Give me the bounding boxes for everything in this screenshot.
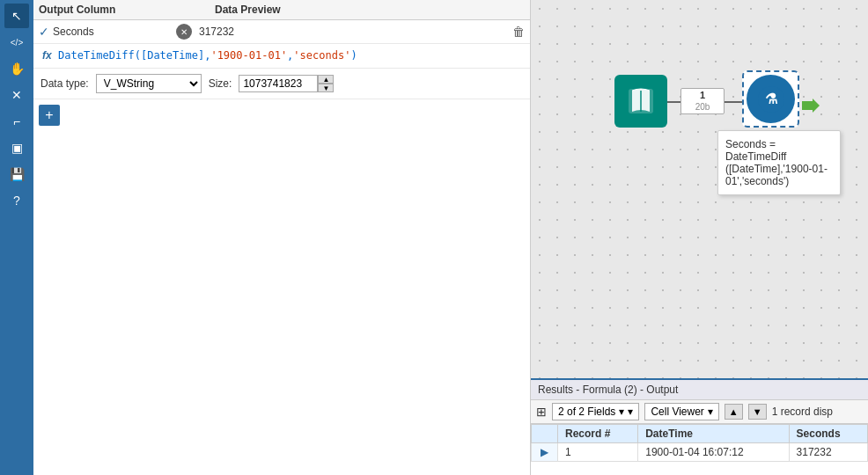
size-input[interactable] — [239, 75, 318, 92]
fields-chevron-down-icon2: ▾ — [628, 406, 633, 418]
col-header-datetime: DateTime — [638, 425, 789, 443]
data-type-row: Data type: V_WString String Int32 Double… — [33, 69, 530, 99]
col-header-seconds: Seconds — [789, 425, 867, 443]
formula-tooltip: Seconds = DateTimeDiff ([DateTime],'1900… — [717, 130, 841, 195]
results-header: Results - Formula (2) - Output — [531, 380, 868, 400]
size-spinner: ▲ ▼ — [318, 75, 334, 92]
viewer-chevron-down-icon: ▾ — [708, 406, 713, 418]
save-tool-btn[interactable]: 💾 — [4, 162, 29, 186]
viewer-dropdown[interactable]: Cell Viewer ▾ — [644, 403, 718, 420]
hand-tool-btn[interactable]: ✋ — [4, 56, 29, 81]
left-toolbar: ↖ </> ✋ ✕ ⌐ ▣ 💾 ? — [0, 0, 33, 475]
formula-icon: ⚗ — [747, 75, 795, 123]
grid-view-btn[interactable]: ⊞ — [536, 405, 547, 419]
row-record-num: 1 — [558, 443, 638, 462]
table-row: ▶ 1 1900-01-04 16:07:12 317232 — [532, 443, 868, 462]
data-count: 1 — [700, 90, 705, 101]
nav-up-btn[interactable]: ▲ — [725, 404, 743, 420]
results-toolbar: ⊞ 2 of 2 Fields ▾ ▾ Cell Viewer ▾ ▲ ▼ 1 … — [531, 400, 868, 424]
data-indicator-node[interactable]: 1 20b — [680, 88, 725, 114]
output-arrow — [802, 97, 820, 119]
viewer-label: Cell Viewer — [651, 406, 703, 418]
fx-icon: fx — [42, 49, 52, 62]
svg-text:⚗: ⚗ — [765, 91, 778, 106]
data-type-label: Data type: — [40, 77, 89, 90]
brush-tool-btn[interactable]: ⌐ — [4, 109, 29, 134]
row-arrow: ▶ — [532, 443, 558, 462]
clear-btn[interactable]: ✕ — [176, 24, 192, 40]
formula-node[interactable]: ⚗ — [742, 70, 799, 128]
help-tool-btn[interactable]: ? — [4, 188, 29, 213]
main-content: Output Column Data Preview ✓ ✕ 317232 🗑 … — [33, 0, 868, 475]
book-node[interactable] — [610, 70, 672, 132]
spin-up-btn[interactable]: ▲ — [318, 75, 334, 84]
size-input-group: ▲ ▼ — [239, 75, 334, 92]
connector-2 — [725, 101, 742, 103]
output-column-header: Output Column — [39, 4, 215, 16]
col-header-arrow — [532, 425, 558, 443]
checkmark-icon: ✓ — [39, 25, 49, 39]
data-preview-header: Data Preview — [215, 4, 498, 16]
results-title: Results - Formula (2) - Output — [538, 384, 678, 396]
book-icon — [614, 75, 667, 128]
x-tool-btn[interactable]: ✕ — [4, 83, 29, 107]
tooltip-text: Seconds = DateTimeDiff ([DateTime],'1900… — [725, 138, 828, 187]
add-formula-btn[interactable]: + — [39, 105, 60, 126]
row-datetime: 1900-01-04 16:07:12 — [638, 443, 789, 462]
formula-row: ✓ ✕ 317232 🗑 — [33, 20, 530, 44]
canvas-panel: 1 20b ⚗ — [531, 0, 868, 475]
delete-column-header — [498, 4, 525, 16]
layers-tool-btn[interactable]: ▣ — [4, 135, 29, 160]
fields-chevron-down-icon: ▾ — [619, 406, 624, 418]
spin-down-btn[interactable]: ▼ — [318, 84, 334, 92]
code-tool-btn[interactable]: </> — [4, 30, 29, 55]
results-panel: Results - Formula (2) - Output ⊞ 2 of 2 … — [531, 378, 868, 475]
data-type-select[interactable]: V_WString String Int32 Double DateTime — [96, 74, 202, 93]
preview-value: 317232 — [195, 26, 512, 38]
delete-row-btn[interactable]: 🗑 — [512, 25, 525, 39]
row-seconds: 317232 — [789, 443, 867, 462]
formula-panel: Output Column Data Preview ✓ ✕ 317232 🗑 … — [33, 0, 531, 475]
data-size: 20b — [695, 102, 710, 113]
cursor-tool-btn[interactable]: ↖ — [4, 4, 29, 28]
results-table-container: Record # DateTime Seconds ▶ 1 1900-01-04… — [531, 424, 868, 475]
canvas-area[interactable]: 1 20b ⚗ — [531, 0, 868, 378]
fields-dropdown[interactable]: 2 of 2 Fields ▾ ▾ — [552, 403, 639, 420]
column-headers: Output Column Data Preview — [33, 0, 530, 20]
formula-text: DateTimeDiff([DateTime],'1900-01-01','se… — [58, 49, 357, 62]
nav-down-btn[interactable]: ▼ — [748, 404, 767, 420]
svg-marker-3 — [802, 99, 820, 113]
formula-node-box: ⚗ — [742, 70, 799, 128]
col-header-record: Record # — [558, 425, 638, 443]
formula-expression-row: fx DateTimeDiff([DateTime],'1900-01-01',… — [33, 44, 530, 69]
fields-label: 2 of 2 Fields — [558, 406, 615, 418]
size-label: Size: — [209, 77, 232, 90]
field-name-input[interactable] — [53, 26, 176, 38]
record-count: 1 record disp — [772, 406, 833, 418]
results-table: Record # DateTime Seconds ▶ 1 1900-01-04… — [531, 424, 868, 462]
